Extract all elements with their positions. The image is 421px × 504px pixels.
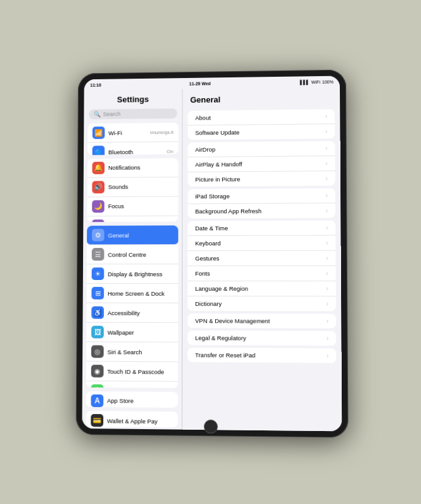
wifi-label: Wi-Fi [108, 129, 122, 136]
sidebar-item-display[interactable]: ☀ Display & Brightness [86, 264, 177, 284]
sidebar-item-wallpaper[interactable]: 🖼 Wallpaper [86, 323, 178, 343]
sidebar-item-wifi[interactable]: 📶 Wi-Fi imunicija.lt [87, 122, 178, 142]
keyboard-chevron: › [325, 239, 327, 246]
softwareupdate-label: Software Update [195, 128, 239, 136]
general-label: General [108, 232, 128, 238]
screentime-icon: ⏱ [92, 219, 104, 222]
content-item-backgroundapp[interactable]: Background App Refresh › [188, 203, 335, 218]
fonts-chevron: › [326, 269, 328, 276]
wallpaper-label: Wallpaper [107, 328, 133, 335]
content-item-vpn[interactable]: VPN & Device Management › [187, 313, 335, 328]
content-item-language[interactable]: Language & Region › [188, 281, 336, 296]
sidebar-group-wallet: 💳 Wallet & Apple Pay [86, 410, 177, 427]
sidebar-item-wallet[interactable]: 💳 Wallet & Apple Pay [86, 410, 177, 427]
sidebar-item-accessibility[interactable]: ♿ Accessibility [86, 303, 178, 323]
about-chevron: › [325, 113, 327, 120]
sidebar-item-controlcentre[interactable]: ☰ Control Centre [86, 245, 177, 264]
wifi-status-icon: WiFi [311, 79, 320, 84]
language-chevron: › [326, 285, 328, 292]
wifi-icon: 📶 [92, 126, 104, 139]
bt-label: Bluetooth [108, 148, 133, 155]
content-item-legal[interactable]: Legal & Regulatory › [187, 330, 335, 345]
sidebar-group-notifications: 🔔 Notifications 🔊 Sounds 🌙 Focus ⏱ Scree… [87, 158, 178, 222]
focus-icon: 🌙 [92, 200, 104, 213]
sounds-label: Sounds [108, 183, 128, 190]
content-item-datetime[interactable]: Date & Time › [188, 220, 335, 236]
content-item-gestures[interactable]: Gestures › [188, 250, 335, 266]
vpn-label: VPN & Device Management [194, 317, 269, 324]
sidebar-item-general[interactable]: ⚙ General [87, 225, 178, 245]
accessibility-icon: ♿ [91, 306, 104, 319]
sidebar-item-appstore[interactable]: A App Store [86, 391, 177, 407]
content-item-transfer[interactable]: Transfer or Reset iPad › [187, 347, 336, 363]
pip-label: Picture in Picture [195, 176, 240, 182]
controlcentre-icon: ☰ [91, 248, 104, 260]
language-label: Language & Region [195, 285, 248, 292]
focus-label: Focus [108, 203, 123, 210]
search-icon: 🔍 [93, 111, 100, 117]
settings-body: Settings 🔍 Search 📶 Wi-Fi imunicija.lt 🔷 [82, 87, 342, 431]
keyboard-label: Keyboard [195, 239, 221, 246]
status-date: 11-29 Wed [189, 81, 210, 85]
dictionary-chevron: › [326, 300, 328, 307]
sidebar-item-focus[interactable]: 🌙 Focus [87, 196, 178, 216]
touchid-label: Touch ID & Passcode [107, 367, 164, 375]
sidebar-item-bluetooth[interactable]: 🔷 Bluetooth On [87, 142, 178, 155]
sidebar-group-appstore: A App Store [86, 391, 177, 407]
fonts-label: Fonts [195, 270, 210, 277]
sidebar-item-siri[interactable]: ◎ Siri & Search [86, 342, 177, 362]
sidebar-item-touchid[interactable]: ◉ Touch ID & Passcode [86, 362, 177, 382]
tablet-device: 11:10 11-29 Wed ▌▌▌ WiFi 100% Settings 🔍… [76, 69, 348, 437]
content-item-fonts[interactable]: Fonts › [188, 266, 336, 281]
sidebar-item-notifications[interactable]: 🔔 Notifications [87, 158, 178, 178]
home-button[interactable] [203, 419, 217, 434]
content-item-dictionary[interactable]: Dictionary › [188, 296, 336, 311]
ipadstorage-chevron: › [325, 192, 327, 199]
content-item-ipadstorage[interactable]: iPad Storage › [188, 188, 335, 204]
sidebar-item-battery[interactable]: 🔋 Battery [86, 381, 177, 388]
accessibility-label: Accessibility [107, 309, 139, 316]
sidebar-header: Settings [84, 89, 182, 106]
search-bar[interactable]: 🔍 Search [89, 108, 177, 119]
content-group-about: About › Software Update › [188, 109, 335, 140]
transfer-chevron: › [326, 352, 328, 359]
display-icon: ☀ [91, 267, 104, 280]
legal-label: Legal & Regulatory [194, 334, 245, 341]
transfer-label: Transfer or Reset iPad [194, 351, 255, 359]
legal-chevron: › [326, 335, 328, 342]
gestures-chevron: › [325, 254, 327, 261]
status-right: ▌▌▌ WiFi 100% [300, 79, 333, 84]
airplay-chevron: › [325, 160, 327, 167]
content-item-about[interactable]: About › [188, 109, 335, 125]
backgroundapp-chevron: › [325, 207, 327, 214]
sidebar-item-sounds[interactable]: 🔊 Sounds [87, 177, 178, 197]
tablet-screen: 11:10 11-29 Wed ▌▌▌ WiFi 100% Settings 🔍… [82, 76, 342, 431]
backgroundapp-label: Background App Refresh [195, 207, 262, 214]
appstore-icon: A [91, 394, 103, 406]
content-group-airdrop: AirDrop › AirPlay & Handoff › Picture in… [188, 141, 335, 186]
signal-icon: ▌▌▌ [300, 79, 309, 84]
sidebar: Settings 🔍 Search 📶 Wi-Fi imunicija.lt 🔷 [82, 89, 182, 429]
sidebar-group-connectivity: 📶 Wi-Fi imunicija.lt 🔷 Bluetooth On [87, 122, 178, 154]
content-item-softwareupdate[interactable]: Software Update › [188, 124, 335, 140]
content-group-vpn: VPN & Device Management › [187, 313, 335, 328]
wallet-icon: 💳 [91, 413, 103, 426]
touchid-icon: ◉ [91, 365, 103, 378]
sidebar-item-screentime[interactable]: ⏱ Screen Time [87, 216, 178, 222]
sidebar-item-homescreen[interactable]: ⊞ Home Screen & Dock [86, 284, 178, 303]
ipadstorage-label: iPad Storage [195, 193, 230, 199]
content-item-keyboard[interactable]: Keyboard › [188, 235, 335, 251]
content-item-airplay[interactable]: AirPlay & Handoff › [188, 156, 335, 172]
controlcentre-label: Control Centre [108, 251, 146, 258]
content-item-airdrop[interactable]: AirDrop › [188, 141, 335, 157]
main-content: General About › Software Update › AirD [182, 87, 341, 431]
airdrop-label: AirDrop [195, 145, 215, 152]
homescreen-label: Home Screen & Dock [108, 289, 164, 296]
notif-label: Notifications [108, 164, 140, 171]
datetime-chevron: › [325, 224, 327, 231]
content-item-pictureinpicture[interactable]: Picture in Picture › [188, 171, 335, 187]
battery-icon: 🔋 [91, 384, 103, 388]
airdrop-chevron: › [325, 145, 327, 152]
airplay-label: AirPlay & Handoff [195, 160, 242, 168]
appstore-label: App Store [107, 397, 133, 404]
